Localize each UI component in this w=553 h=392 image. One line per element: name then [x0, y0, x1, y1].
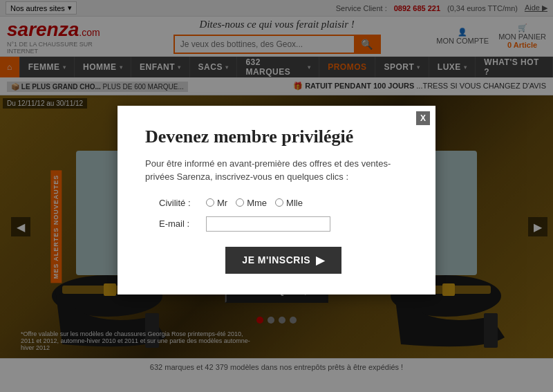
radio-mme-label: Mme: [247, 197, 267, 207]
modal-form: Civilité : Mr Mme Mlle E-mail :: [145, 197, 408, 273]
modal-close-button[interactable]: X: [416, 111, 430, 124]
subscribe-label: JE M'INSCRIS: [242, 254, 310, 265]
radio-mme[interactable]: Mme: [236, 197, 267, 207]
civility-row: Civilité : Mr Mme Mlle: [159, 197, 408, 207]
email-label: E-mail :: [159, 218, 200, 229]
subscribe-button[interactable]: JE M'INSCRIS ▶: [225, 246, 341, 273]
email-input[interactable]: [206, 216, 330, 231]
civility-label: Civilité :: [159, 197, 200, 207]
submit-arrow-icon: ▶: [316, 253, 325, 266]
modal-description: Pour être informé en avant-première des …: [145, 156, 408, 183]
radio-mlle-circle: [275, 198, 283, 207]
radio-mlle[interactable]: Mlle: [275, 197, 303, 207]
email-row: E-mail :: [159, 216, 408, 231]
radio-mr-label: Mr: [217, 197, 227, 207]
radio-mme-circle: [236, 198, 244, 207]
radio-mr-circle: [206, 198, 214, 207]
radio-mlle-label: Mlle: [286, 197, 303, 207]
modal-title: Devenez membre privilégié: [145, 126, 408, 147]
modal-signup: X Devenez membre privilégié Pour être in…: [118, 105, 435, 294]
radio-mr[interactable]: Mr: [206, 197, 227, 207]
close-icon: X: [420, 113, 426, 122]
civility-radio-group: Mr Mme Mlle: [206, 197, 303, 207]
